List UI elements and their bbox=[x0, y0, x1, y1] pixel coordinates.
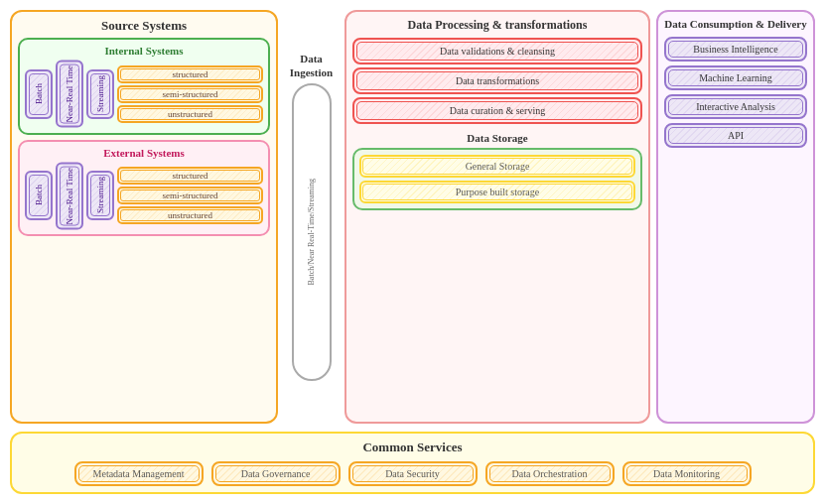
consumption-items: Business Intelligence Machine Learning I… bbox=[664, 37, 807, 148]
data-storage-title: Data Storage bbox=[352, 132, 642, 144]
services-row: Metadata Management Data Governance Data… bbox=[22, 461, 803, 486]
proc-box-transformations: Data transformations bbox=[352, 67, 642, 94]
internal-system-row: Batch Near-Real Time Streaming structure… bbox=[25, 61, 263, 128]
batch-box-external-2: Near-Real Time bbox=[56, 163, 83, 230]
service-governance: Data Governance bbox=[211, 461, 341, 486]
internal-systems: Internal Systems Batch Near-Real Time St… bbox=[18, 38, 270, 135]
ingestion-arrow: Batch/Near Real-Time/Streaming bbox=[292, 83, 332, 381]
data-consumption-title: Data Consumption & Delivery bbox=[664, 18, 807, 31]
service-metadata: Metadata Management bbox=[74, 461, 204, 486]
batch-box-internal-3: Streaming bbox=[86, 69, 114, 119]
storage-box-general: General Storage bbox=[359, 155, 635, 178]
source-systems-title: Source Systems bbox=[18, 18, 270, 34]
batch-box-internal-2: Near-Real Time bbox=[56, 61, 83, 128]
proc-box-curation: Data curation & serving bbox=[352, 97, 642, 124]
service-orchestration: Data Orchestration bbox=[485, 461, 615, 486]
common-services: Common Services Metadata Management Data… bbox=[10, 432, 815, 494]
data-ingestion-title: Data Ingestion bbox=[284, 53, 339, 78]
data-storage-section: Data Storage General Storage Purpose bui… bbox=[352, 132, 642, 210]
data-type-structured-external: structured bbox=[117, 167, 263, 185]
top-section: Source Systems Internal Systems Batch Ne… bbox=[10, 10, 815, 424]
data-processing: Data Processing & transformations Data v… bbox=[344, 10, 650, 424]
internal-systems-title: Internal Systems bbox=[25, 45, 263, 57]
service-monitoring: Data Monitoring bbox=[622, 461, 752, 486]
data-type-structured-internal: structured bbox=[117, 65, 263, 83]
common-services-title: Common Services bbox=[22, 440, 803, 455]
external-system-row: Batch Near-Real Time Streaming structure… bbox=[25, 163, 263, 230]
consumption-ia: Interactive Analysis bbox=[664, 94, 807, 119]
external-data-types: structured semi-structured unstructured bbox=[117, 167, 263, 224]
source-systems: Source Systems Internal Systems Batch Ne… bbox=[10, 10, 278, 424]
data-type-semi-external: semi-structured bbox=[117, 187, 263, 204]
proc-box-validations: Data validations & cleansing bbox=[352, 38, 642, 64]
data-ingestion: Data Ingestion Batch/Near Real-Time/Stre… bbox=[284, 10, 339, 424]
main-container: Source Systems Internal Systems Batch Ne… bbox=[0, 0, 825, 504]
processing-items: Data validations & cleansing Data transf… bbox=[352, 38, 642, 124]
service-security: Data Security bbox=[348, 461, 478, 486]
data-consumption: Data Consumption & Delivery Business Int… bbox=[656, 10, 815, 424]
data-type-semi-internal: semi-structured bbox=[117, 85, 263, 103]
external-systems: External Systems Batch Near-Real Time St… bbox=[18, 140, 270, 237]
internal-data-types: structured semi-structured unstructured bbox=[117, 65, 263, 123]
consumption-bi: Business Intelligence bbox=[664, 37, 807, 62]
consumption-ml: Machine Learning bbox=[664, 65, 807, 90]
ingestion-arrow-text: Batch/Near Real-Time/Streaming bbox=[307, 179, 317, 285]
batch-box-internal-1: Batch bbox=[25, 69, 53, 119]
batch-box-external-1: Batch bbox=[25, 171, 53, 220]
storage-box-purpose: Purpose built storage bbox=[359, 181, 635, 203]
data-type-unstructured-internal: unstructured bbox=[117, 105, 263, 123]
storage-container: General Storage Purpose built storage bbox=[352, 148, 642, 210]
external-systems-title: External Systems bbox=[25, 147, 263, 159]
consumption-api: API bbox=[664, 123, 807, 148]
batch-box-external-3: Streaming bbox=[86, 171, 114, 220]
data-type-unstructured-external: unstructured bbox=[117, 206, 263, 224]
data-processing-title: Data Processing & transformations bbox=[352, 18, 642, 32]
